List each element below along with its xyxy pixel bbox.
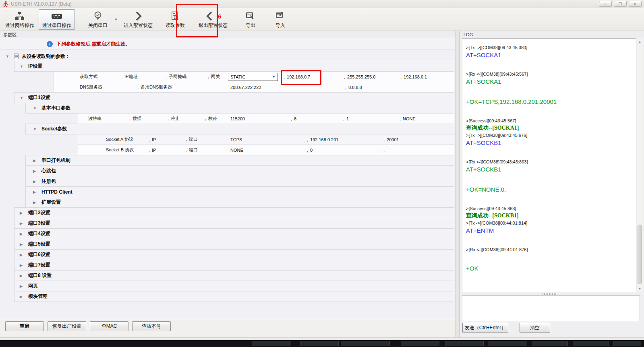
socket-b-protocol-value[interactable]: NONE	[228, 148, 304, 153]
query-mac-button[interactable]: 查MAC	[90, 321, 128, 331]
param-label: 停止	[168, 116, 205, 122]
ip-mode-dropdown[interactable]: STATIC ▼	[228, 73, 278, 81]
socket-a-protocol-value[interactable]: TCPS	[228, 137, 304, 142]
status-bar	[0, 337, 644, 340]
log-output[interactable]: >[Tx ->][COM38][09:43:45:380] AT+SOCKA1 …	[462, 38, 636, 292]
stop-bits-value[interactable]: 1	[341, 116, 397, 121]
socket-a-port-value[interactable]: 20001	[381, 137, 399, 142]
socket-a-ip-value[interactable]: 192.168.0.201	[304, 137, 381, 142]
send-button[interactable]: 发送（Ctrl+Enter）	[462, 323, 508, 333]
section-webpage[interactable]: ▶ 网页	[14, 281, 454, 291]
param-row-socket-a: Socket A 协议 IP 端口 TCPS 192.168.0.201 200…	[78, 134, 454, 145]
section-heartbeat[interactable]: ▶ 心跳包	[25, 165, 454, 176]
section-registration[interactable]: ▶ 注册包	[25, 176, 454, 187]
clipped-log-line	[466, 40, 634, 43]
param-label: 波特率	[88, 116, 129, 122]
scroll-up-icon[interactable]: ▲	[637, 39, 643, 45]
section-port8-settings[interactable]: ▶ 端口8 设置	[14, 270, 454, 281]
section-port5-settings[interactable]: ▶ 端口5设置	[14, 239, 454, 250]
log-panel-header: LOG	[460, 31, 644, 38]
chevron-left-icon	[205, 11, 215, 21]
query-version-button[interactable]: 查版本号	[132, 321, 171, 331]
taskbar	[0, 340, 644, 347]
section-port7-settings[interactable]: ▶ 端口7设置	[14, 260, 454, 271]
window-title: USR-ETH V1.0.0.137 (Beta)	[11, 1, 72, 7]
application-window: { "window": { "title": "USR-ETH V1.0.0.1…	[0, 0, 644, 347]
log-scrollbar[interactable]: ▲ ▼	[637, 39, 643, 292]
dns-value[interactable]: 208.67.222.222	[228, 85, 343, 90]
expand-arrow-icon[interactable]: ▼	[6, 54, 10, 58]
import-icon	[275, 10, 286, 22]
toolbar-button-close-serial[interactable]: 关闭串口 ▼	[85, 9, 111, 30]
close-serial-dropdown-caret[interactable]: ▼	[114, 18, 118, 21]
annotation-badge: 6	[218, 13, 221, 20]
data-bits-value[interactable]: 8	[288, 116, 341, 121]
toolbar-button-network-operate[interactable]: 通过网络操作	[2, 9, 38, 30]
parity-value[interactable]: NONE	[397, 116, 416, 121]
parameter-tree: ▼ 从设备读取到的参数 : ▼ IP设置 获取方式 IP地址 子网掩码 网关 S…	[0, 50, 456, 319]
log-panel: LOG >[Tx ->][COM38][09:43:45:380] AT+SOC…	[460, 31, 644, 337]
factory-reset-button[interactable]: 恢复出厂设置	[48, 321, 86, 331]
param-label: 网关	[208, 74, 220, 80]
section-httpd-client[interactable]: ▶ HTTPD Client	[25, 186, 454, 197]
log-splitter[interactable]	[462, 293, 636, 295]
close-button[interactable]: ✕	[629, 1, 642, 7]
notice-row: i 下列参数修改后,需重启才能生效。	[0, 38, 456, 50]
section-port6-settings[interactable]: ▶ 端口6设置	[14, 249, 454, 260]
socket-b-port-value[interactable]	[381, 148, 387, 153]
log-line: AT+SOCKA1	[466, 77, 634, 86]
log-line: +OK	[466, 264, 634, 273]
log-line: >[Rx <-][COM38][09:44:01:876]	[466, 246, 634, 253]
toolbar-button-import[interactable]: 导入	[271, 9, 289, 30]
panel-splitter[interactable]	[456, 31, 460, 337]
restart-button[interactable]: 重启	[5, 321, 44, 331]
window-controls: – ❐ ✕	[599, 1, 642, 7]
send-input[interactable]	[462, 295, 640, 321]
section-socket-params[interactable]: ▼ Socket参数	[25, 124, 454, 134]
minimize-button[interactable]: –	[599, 1, 612, 7]
log-line: >[Tx ->][COM38][09:44:01:814]	[466, 220, 634, 226]
baud-rate-value[interactable]: 115200	[228, 116, 288, 121]
param-row-dns: DNS服务器 备用DNS服务器 208.67.222.222 8.8.8.8	[54, 82, 454, 93]
param-label: DNS服务器	[80, 84, 137, 90]
param-row-ip: 获取方式 IP地址 子网掩码 网关 STATIC ▼ 192.168.0.7 2…	[54, 71, 454, 82]
log-line: >[Success][09:43:45:567]	[466, 118, 634, 124]
scrollbar-thumb[interactable]	[638, 225, 642, 284]
backup-dns-value[interactable]: 8.8.8.8	[343, 85, 362, 90]
parameter-panel-header: 参数区	[0, 31, 456, 38]
section-port1-settings[interactable]: ▼ 端口1设置	[14, 92, 454, 103]
clear-button[interactable]: 清空	[520, 323, 550, 333]
subnet-mask-value[interactable]: 255.255.255.0	[342, 74, 398, 79]
param-label: 获取方式	[80, 74, 121, 80]
ip-address-value[interactable]: 192.168.0.7	[281, 74, 342, 79]
log-line: >[Success][09:43:45:863]	[466, 205, 634, 212]
section-extended-settings[interactable]: ▶ 扩展设置	[25, 197, 454, 208]
section-port2-settings[interactable]: ▶ 端口2设置	[14, 207, 454, 218]
pin-check-icon	[93, 10, 103, 22]
log-line: +OK=TCPS,192.168.0.201,20001	[466, 97, 634, 106]
param-label: 备用DNS服务器	[137, 84, 172, 90]
toolbar-button-exit-config[interactable]: 6 退出配置状态	[195, 9, 231, 30]
restore-button[interactable]: ❐	[614, 1, 627, 7]
param-label: Socket B 协议	[106, 147, 149, 153]
param-label: 校验	[205, 116, 217, 122]
network-icon	[14, 10, 25, 22]
export-icon	[245, 10, 256, 22]
gateway-value[interactable]: 192.168.0.1	[398, 74, 427, 79]
toolbar-button-serial-operate[interactable]: 通过串口操作	[39, 9, 75, 30]
section-port4-settings[interactable]: ▶ 端口4设置	[14, 228, 454, 239]
tree-root-row[interactable]: ▼ 从设备读取到的参数 :	[0, 52, 456, 61]
section-port3-settings[interactable]: ▶ 端口3设置	[14, 218, 454, 229]
titlebar: USR-ETH V1.0.0.137 (Beta) – ❐ ✕	[0, 0, 644, 8]
toolbar-button-export[interactable]: 导出	[242, 9, 259, 30]
toolbar-button-enter-config[interactable]: 进入配置状态	[120, 9, 156, 30]
scroll-down-icon[interactable]: ▼	[637, 286, 643, 292]
toolbar-button-read-params[interactable]: 读取参数	[162, 9, 188, 30]
param-label: 数据	[129, 116, 168, 122]
section-ip-settings[interactable]: ▼ IP设置	[14, 61, 454, 72]
section-packing-mechanism[interactable]: ▶ 串口打包机制	[25, 155, 454, 166]
chevron-down-icon: ▼	[272, 75, 275, 78]
section-serial-params[interactable]: ▼ 基本串口参数	[25, 103, 454, 114]
socket-b-ip-value[interactable]: 0	[304, 148, 381, 153]
section-module-management[interactable]: ▶ 模块管理	[14, 291, 454, 302]
